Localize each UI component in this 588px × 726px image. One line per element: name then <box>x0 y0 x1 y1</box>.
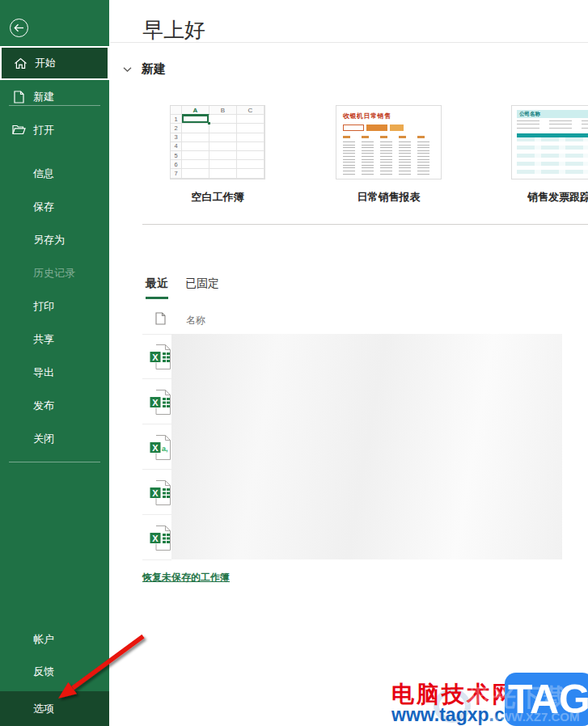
sidebar-item-label: 打印 <box>33 299 54 314</box>
greeting-title: 早上好 <box>142 16 205 44</box>
grid-cell <box>182 124 209 133</box>
svg-text:X: X <box>152 533 159 542</box>
grid-cell <box>237 151 264 160</box>
sidebar-item-share[interactable]: 共享 <box>0 323 109 356</box>
grid-row-header: 2 <box>171 124 182 133</box>
invoice-preview-titlebar: 公司名称 <box>517 110 588 118</box>
grid-cell <box>182 160 209 169</box>
grid-cell <box>209 169 237 178</box>
grid-row-header: 7 <box>171 169 182 178</box>
sidebar-item-new[interactable]: 新建 <box>0 80 109 113</box>
sidebar-item-export[interactable]: 导出 <box>0 356 109 389</box>
sidebar-item-history: 历史记录 <box>0 256 109 289</box>
sidebar-item-account[interactable]: 帐户 <box>0 623 109 656</box>
grid-cell <box>209 160 237 169</box>
grid-cell <box>237 160 264 169</box>
back-button[interactable] <box>10 19 28 37</box>
section-divider <box>142 224 588 225</box>
chevron-down-icon <box>123 67 132 72</box>
sidebar-item-label: 关闭 <box>33 432 54 446</box>
header-divider <box>110 42 588 43</box>
template-name: 空白工作簿 <box>170 190 265 205</box>
excel-workbook-icon: X <box>150 479 171 506</box>
excel-workbook-icon: X <box>150 525 171 551</box>
svg-text:X: X <box>152 397 159 407</box>
grid-cell <box>237 115 264 124</box>
grid-column-header: B <box>209 106 237 115</box>
sidebar-item-close[interactable]: 关闭 <box>0 422 109 455</box>
file-list-header: 名称 <box>155 312 205 327</box>
grid-cell <box>209 115 237 124</box>
sidebar-item-publish[interactable]: 发布 <box>0 389 109 422</box>
tab-recent[interactable]: 最近 <box>146 276 168 299</box>
excel-workbook-icon: X <box>150 389 171 416</box>
grid-row-header: 6 <box>171 160 182 169</box>
sidebar-item-options[interactable]: 选项 <box>0 691 109 726</box>
sidebar-item-label: 选项 <box>33 702 54 716</box>
sidebar-item-label: 发布 <box>33 399 54 413</box>
template-preview-spreadsheet: ABC1234567 <box>170 105 265 179</box>
watermark-logo-text: TAG <box>508 676 588 723</box>
template-daily-sales-report[interactable]: 收银机日常销售 日常销售报表 <box>336 105 442 205</box>
sidebar-item-label: 导出 <box>33 365 54 380</box>
back-arrow-icon <box>14 23 24 32</box>
new-section-header[interactable]: 新建 <box>123 61 166 77</box>
svg-text:a,: a, <box>162 445 168 453</box>
sidebar-item-info[interactable]: 信息 <box>0 157 109 190</box>
sidebar-item-label: 历史记录 <box>33 266 75 281</box>
grid-row-header: 3 <box>171 133 182 142</box>
grid-cell <box>209 133 237 142</box>
new-section-label: 新建 <box>142 61 166 77</box>
sidebar-item-label: 另存为 <box>33 233 65 247</box>
sidebar-top-items: 开始新建打开 <box>0 46 109 146</box>
blurred-filenames-overlay <box>171 334 562 559</box>
grid-cell <box>209 151 237 160</box>
grid-corner <box>171 106 182 115</box>
template-preview-sales: 收银机日常销售 <box>336 105 442 179</box>
sales-preview-tab <box>366 125 387 131</box>
sales-preview-tab <box>343 125 364 131</box>
recent-tabs: 最近 已固定 <box>146 276 219 299</box>
svg-text:X: X <box>152 442 159 452</box>
home-icon <box>14 57 27 70</box>
sidebar-item-label: 反馈 <box>33 665 54 679</box>
grid-row-header: 4 <box>171 142 182 151</box>
new-document-icon <box>12 91 26 103</box>
sales-preview-data-rows <box>343 141 434 175</box>
grid-cell <box>237 124 264 133</box>
grid-cell <box>182 133 209 142</box>
sidebar-item-feedback[interactable]: 反馈 <box>0 656 109 688</box>
sidebar-item-home[interactable]: 开始 <box>0 46 109 80</box>
watermark-logo-box: TAG <box>505 673 588 726</box>
grid-row-header: 1 <box>171 115 182 124</box>
sidebar-item-save[interactable]: 保存 <box>0 190 109 223</box>
grid-cell <box>182 115 209 124</box>
sidebar-item-save-as[interactable]: 另存为 <box>0 223 109 256</box>
excel-csv-icon: Xa, <box>150 434 171 461</box>
tab-pinned[interactable]: 已固定 <box>185 276 219 299</box>
sidebar-divider <box>9 105 100 106</box>
sidebar-item-open[interactable]: 打开 <box>0 113 109 146</box>
template-invoice-tracker[interactable]: 公司名称 销售发票跟踪表 <box>511 105 588 205</box>
sidebar-item-label: 信息 <box>33 167 54 181</box>
template-preview-invoice: 公司名称 <box>511 105 588 179</box>
sales-preview-tabs <box>343 125 434 131</box>
backstage-sidebar: 开始新建打开 信息保存另存为历史记录打印共享导出发布关闭 帐户反馈选项 <box>0 0 109 726</box>
grid-cell <box>237 142 264 151</box>
recover-unsaved-workbooks-link[interactable]: 恢复未保存的工作簿 <box>142 571 230 585</box>
open-folder-icon <box>12 125 26 135</box>
excel-workbook-icon: X <box>150 344 171 370</box>
template-name: 日常销售报表 <box>336 190 442 205</box>
mini-spreadsheet-grid: ABC1234567 <box>171 106 264 179</box>
document-icon <box>155 312 166 325</box>
name-column-header: 名称 <box>186 314 205 327</box>
sidebar-item-label: 开始 <box>35 56 56 70</box>
template-blank-workbook[interactable]: ABC1234567 空白工作簿 <box>170 105 265 205</box>
sales-preview-header-row <box>343 136 434 138</box>
grid-column-header: A <box>182 106 209 115</box>
grid-cell <box>237 133 264 142</box>
sidebar-item-label: 打开 <box>33 123 54 137</box>
invoice-preview-data-rows <box>517 137 588 178</box>
sidebar-bottom-items: 帐户反馈选项 <box>0 623 109 726</box>
sidebar-item-print[interactable]: 打印 <box>0 289 109 323</box>
